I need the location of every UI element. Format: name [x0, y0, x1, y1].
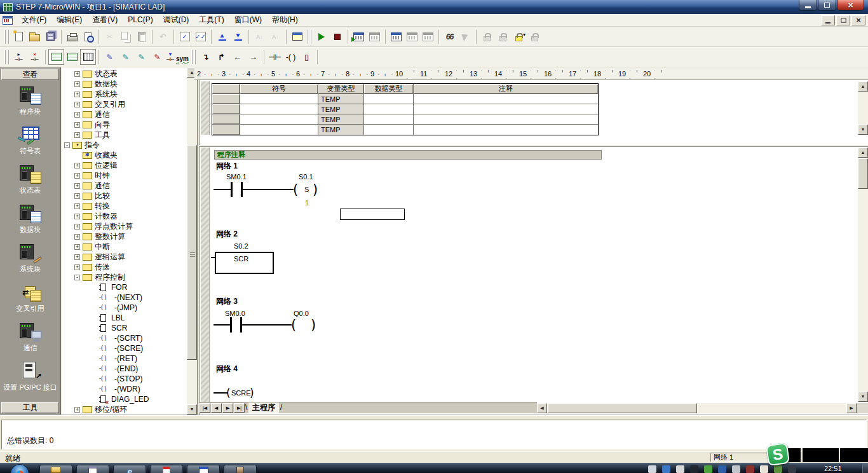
tree-item[interactable]: + 浮点数计算	[62, 221, 186, 231]
new-button[interactable]	[11, 29, 27, 45]
sidebar-item-communications[interactable]: 通信	[0, 319, 60, 359]
print-preview-button[interactable]	[80, 29, 96, 45]
delete-network-button[interactable]: ×⊣⊢	[27, 49, 43, 65]
toolbar-grip[interactable]	[4, 30, 9, 44]
row-header[interactable]	[212, 125, 240, 135]
tree-expand-toggle[interactable]: +	[74, 173, 80, 179]
network-4-label[interactable]: 网络 4	[216, 364, 238, 374]
column-header-var-type[interactable]: 变量类型	[318, 84, 364, 94]
toolbar-grip[interactable]	[4, 50, 9, 64]
menu-item[interactable]: 文件(F)	[17, 14, 51, 25]
var-type-cell[interactable]: TEMP	[318, 114, 364, 125]
scroll-down-button[interactable]: ▼	[858, 125, 868, 135]
insert-network-button[interactable]: ▸⊣⊢	[11, 49, 27, 65]
line-right-button[interactable]: →	[245, 49, 261, 65]
close-button[interactable]	[837, 0, 864, 11]
options-button[interactable]	[289, 29, 305, 45]
lock-button-1[interactable]	[479, 29, 495, 45]
tree-expand-toggle[interactable]: +	[74, 112, 80, 118]
first-tab-button[interactable]: |◀	[200, 403, 210, 413]
tree-item[interactable]: - 程序控制	[62, 272, 186, 282]
tree-expand-toggle[interactable]: +	[74, 102, 80, 107]
tree-expand-toggle[interactable]: +	[74, 183, 80, 189]
net1-coil-type[interactable]: S	[304, 186, 309, 193]
data-type-cell[interactable]	[364, 94, 414, 104]
comment-cell[interactable]	[414, 125, 598, 135]
tray-icon[interactable]	[690, 465, 698, 473]
coil-paren[interactable]: )	[250, 387, 254, 399]
tree-item[interactable]: 收藏夹	[62, 150, 186, 160]
taskbar-document-button[interactable]	[150, 465, 183, 473]
scroll-right-button[interactable]: ▶	[846, 403, 857, 413]
taskbar-clock[interactable]: 22:51	[824, 465, 842, 472]
sort-descending-button[interactable]: A↑	[268, 29, 283, 45]
pane-splitter[interactable]	[199, 145, 868, 147]
scroll-left-button[interactable]: ◀	[537, 403, 547, 413]
tree-item[interactable]: -(RET)	[62, 353, 186, 364]
tree-expand-toggle[interactable]: +	[74, 234, 80, 240]
tree-expand-toggle[interactable]: -	[74, 275, 80, 280]
net1-contact-address[interactable]: SM0.1	[226, 173, 247, 181]
coil-paren[interactable]: )	[311, 317, 316, 332]
taskbar-step7-button[interactable]	[187, 465, 220, 473]
minimize-button[interactable]	[799, 0, 817, 11]
net3-contact-address[interactable]: SM0.0	[225, 310, 245, 317]
sort-ascending-button[interactable]: A↓	[252, 29, 268, 45]
chart-status-button[interactable]	[388, 29, 404, 45]
mdi-minimize-button[interactable]	[821, 15, 835, 25]
line-left-button[interactable]: ←	[229, 49, 245, 65]
tree-expand-toggle[interactable]: +	[74, 92, 80, 97]
tree-expand-toggle[interactable]: +	[74, 224, 80, 230]
tree-item[interactable]: + 中断	[62, 242, 186, 252]
symbol-cell[interactable]	[240, 125, 318, 135]
tray-icon[interactable]	[718, 465, 726, 473]
tray-icon[interactable]	[732, 465, 740, 473]
pen-next-button[interactable]: ✎	[118, 49, 133, 65]
insert-contact-button[interactable]: ⊣⊢	[267, 49, 283, 65]
save-all-button[interactable]	[43, 29, 58, 45]
tree-item[interactable]: + 转换	[62, 201, 186, 211]
lock-button-2[interactable]	[495, 29, 511, 45]
tree-expand-toggle[interactable]: +	[74, 264, 80, 270]
pen-prev-button[interactable]: ✎	[133, 49, 149, 65]
tree-item[interactable]: + 交叉引用	[62, 99, 186, 109]
symbol-cell[interactable]	[240, 104, 318, 114]
tree-expand-toggle[interactable]: +	[74, 214, 80, 219]
tree-item[interactable]: -(SCRT)	[62, 333, 186, 343]
toolbar-grip[interactable]	[191, 50, 196, 64]
coil-paren[interactable]: (	[226, 387, 231, 399]
tree-item[interactable]: + 向导	[62, 120, 186, 130]
var-type-cell[interactable]: TEMP	[318, 104, 364, 114]
net2-scr-box[interactable]: SCR	[215, 252, 274, 274]
tree-expand-toggle[interactable]: +	[74, 244, 80, 250]
ladder-scrollbar[interactable]: ▲ ▼	[858, 147, 868, 402]
network-comments-toggle[interactable]	[64, 49, 80, 65]
password-lock-button[interactable]	[511, 29, 527, 45]
taskbar-window-button[interactable]	[76, 465, 109, 473]
single-read-button[interactable]	[404, 29, 420, 45]
var-type-cell[interactable]: TEMP	[318, 94, 364, 104]
coil-paren[interactable]: )	[313, 182, 318, 197]
write-all-button[interactable]	[420, 29, 436, 45]
pointer-button[interactable]	[458, 29, 473, 45]
net2-box-input[interactable]: S0.2	[234, 242, 248, 250]
download-button[interactable]: ▼	[230, 29, 246, 45]
scrollbar-thumb[interactable]	[187, 145, 197, 360]
tree-expand-toggle[interactable]: +	[74, 132, 80, 138]
upload-button[interactable]: ▲	[214, 29, 230, 45]
tree-expand-toggle[interactable]: +	[74, 122, 80, 128]
tree-item[interactable]: -(SCRE)	[62, 343, 186, 353]
scroll-up-button[interactable]: ▲	[858, 147, 868, 158]
contact-bar[interactable]	[231, 182, 233, 197]
tree-item[interactable]: -(END)	[62, 364, 186, 374]
pen-clear-button[interactable]: ✎	[149, 49, 165, 65]
tree-item[interactable]: FOR	[62, 282, 186, 292]
mdi-restore-button[interactable]	[836, 15, 850, 25]
navigation-header[interactable]: 查看	[1, 69, 59, 80]
sidebar-item-status-chart[interactable]: 状态表	[0, 161, 60, 201]
table-scrollbar[interactable]: ▲ ▼	[858, 81, 868, 135]
title-bar[interactable]: STEP 7-Micro/WIN - 项目1 - [SIMATIC LAD]	[0, 0, 868, 14]
table-corner-cell[interactable]	[212, 84, 240, 94]
tree-item[interactable]: -(WDR)	[62, 384, 186, 394]
program-status-button[interactable]	[351, 29, 367, 45]
